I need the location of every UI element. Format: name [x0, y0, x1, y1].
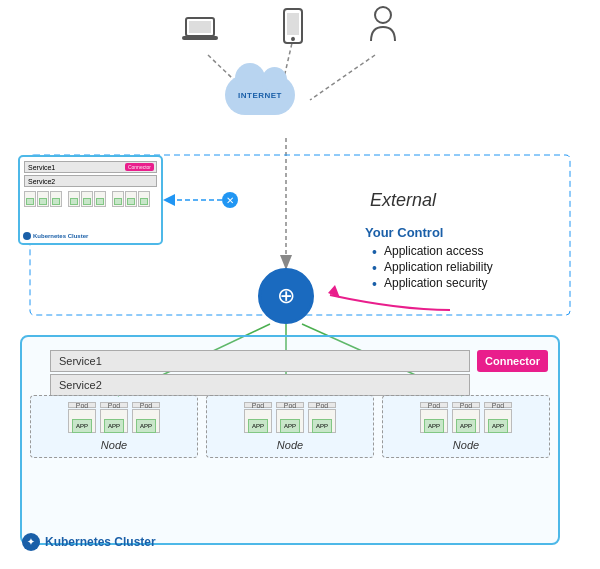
nodes-row: Pod APP Pod APP Pod APP [30, 395, 550, 458]
cloud-shape: INTERNET [225, 75, 295, 115]
service1-row: Service1 [50, 350, 470, 372]
node-label-1: Node [101, 439, 127, 451]
control-item-2: Application reliability [370, 260, 493, 274]
svg-rect-24 [287, 13, 299, 35]
control-item-1: Application access [370, 244, 493, 258]
svg-point-7 [222, 192, 238, 208]
svg-rect-22 [182, 36, 218, 40]
pod-3-2: Pod APP [452, 402, 480, 433]
pod-1-2: Pod APP [100, 402, 128, 433]
svg-marker-6 [163, 194, 175, 206]
connector-button[interactable]: Connector [477, 350, 548, 372]
load-balancer-icon: ⊕ [258, 268, 314, 324]
node-label-2: Node [277, 439, 303, 451]
pod-2-3: Pod APP [308, 402, 336, 433]
device-icons [150, 5, 430, 45]
node-box-1: Pod APP Pod APP Pod APP [30, 395, 198, 458]
mobile-icon [281, 7, 305, 45]
svg-text:✕: ✕ [226, 195, 234, 206]
diagram-container: ✕ [0, 0, 600, 569]
your-control-section: Your Control Application access Applicat… [365, 225, 493, 292]
svg-rect-21 [189, 21, 211, 33]
pod-1-3: Pod APP [132, 402, 160, 433]
internet-cloud: INTERNET [220, 70, 300, 120]
pod-2-1: Pod APP [244, 402, 272, 433]
k8s-cluster-label: ✦ Kubernetes Cluster [22, 533, 156, 551]
svg-marker-16 [328, 285, 340, 298]
svg-line-2 [310, 55, 375, 100]
svg-point-26 [375, 7, 391, 23]
your-control-title: Your Control [365, 225, 493, 240]
k8s-preview-box: Service1 Connector Service2 [18, 155, 163, 245]
internet-label: INTERNET [238, 91, 282, 100]
node-box-2: Pod APP Pod APP Pod APP [206, 395, 374, 458]
preview-pods [24, 191, 157, 207]
pods-row-3: Pod APP Pod APP Pod APP [420, 402, 512, 433]
pods-row-2: Pod APP Pod APP Pod APP [244, 402, 336, 433]
service2-row: Service2 [50, 374, 470, 396]
pod-2-2: Pod APP [276, 402, 304, 433]
pods-row-1: Pod APP Pod APP Pod APP [68, 402, 160, 433]
control-item-3: Application security [370, 276, 493, 290]
pod-3-3: Pod APP [484, 402, 512, 433]
svg-point-25 [291, 37, 295, 41]
services-bar: Service1 Service2 [50, 350, 470, 398]
preview-connector: Connector [125, 163, 154, 171]
preview-k8s-label: Kubernetes Cluster [23, 232, 88, 240]
your-control-list: Application access Application reliabili… [365, 244, 493, 290]
node-label-3: Node [453, 439, 479, 451]
k8s-cluster-text: Kubernetes Cluster [45, 535, 156, 549]
pod-3-1: Pod APP [420, 402, 448, 433]
k8s-cluster-icon: ✦ [22, 533, 40, 551]
laptop-icon [181, 15, 219, 45]
pod-1-1: Pod APP [68, 402, 96, 433]
preview-service2: Service2 [24, 175, 157, 187]
person-icon [367, 5, 399, 45]
node-box-3: Pod APP Pod APP Pod APP [382, 395, 550, 458]
preview-service1: Service1 Connector [24, 161, 157, 173]
external-label: External [370, 190, 436, 211]
